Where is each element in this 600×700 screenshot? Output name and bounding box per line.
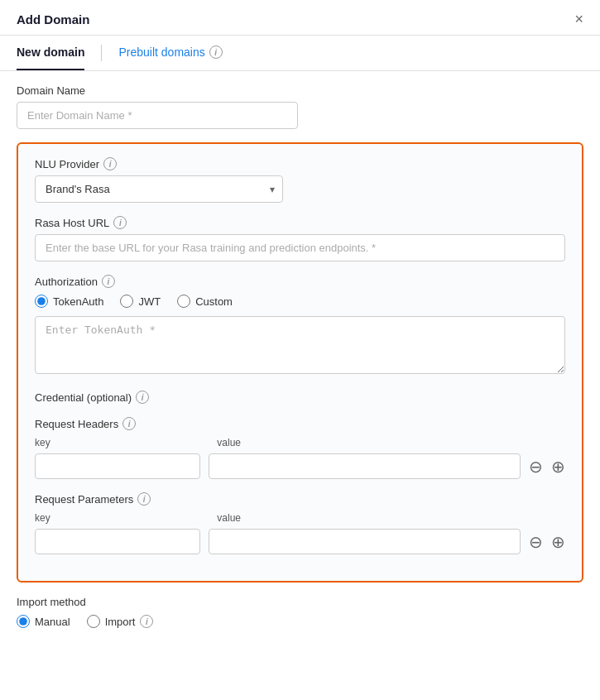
request-headers-add-button[interactable]: ⊕ — [551, 458, 565, 475]
domain-name-group: Domain Name — [17, 84, 583, 129]
auth-tokenauth-radio[interactable] — [35, 295, 48, 308]
nlu-provider-group: NLU Provider i Brand's Rasa Other ▾ — [35, 157, 565, 203]
import-import-radio[interactable] — [87, 615, 100, 628]
authorization-group: Authorization i TokenAuth JWT Custom — [35, 275, 565, 377]
import-method-radio-group: Manual Import i — [17, 615, 583, 628]
nlu-provider-info-icon[interactable]: i — [103, 157, 117, 170]
request-headers-row: ⊖ ⊕ — [35, 453, 565, 479]
auth-custom-option[interactable]: Custom — [177, 295, 233, 308]
domain-name-input[interactable] — [17, 102, 298, 129]
rasa-host-url-label: Rasa Host URL i — [35, 216, 565, 229]
request-headers-value-input[interactable] — [209, 453, 521, 479]
import-method-section: Import method Manual Import i — [17, 596, 583, 628]
request-parameters-value-input[interactable] — [209, 529, 521, 554]
request-parameters-key-label: key — [35, 512, 209, 524]
credential-label: Credential (optional) i — [35, 391, 565, 404]
nlu-provider-select[interactable]: Brand's Rasa Other — [35, 175, 283, 203]
tab-new-domain[interactable]: New domain — [17, 36, 84, 70]
import-import-label: Import — [105, 616, 136, 628]
request-parameters-value-label: value — [217, 512, 565, 524]
tokenauth-textarea[interactable] — [35, 316, 565, 374]
request-parameters-kv-labels: key value — [35, 512, 565, 524]
import-manual-option[interactable]: Manual — [17, 615, 70, 628]
rasa-host-url-group: Rasa Host URL i — [35, 216, 565, 261]
import-method-label: Import method — [17, 596, 583, 608]
auth-jwt-option[interactable]: JWT — [120, 295, 161, 308]
import-manual-label: Manual — [35, 616, 70, 628]
add-domain-modal: Add Domain × New domain Prebuilt domains… — [0, 0, 600, 700]
request-headers-key-label: key — [35, 437, 209, 448]
domain-name-label: Domain Name — [17, 84, 583, 97]
nlu-provider-select-wrapper: Brand's Rasa Other ▾ — [35, 175, 283, 203]
rasa-host-url-info-icon[interactable]: i — [113, 216, 127, 229]
request-headers-key-input[interactable] — [35, 453, 200, 479]
request-parameters-group: Request Parameters i key value ⊖ ⊕ — [35, 492, 565, 554]
auth-tokenauth-option[interactable]: TokenAuth — [35, 295, 103, 308]
tabs-container: New domain Prebuilt domains i — [0, 36, 600, 71]
authorization-radio-group: TokenAuth JWT Custom — [35, 295, 565, 308]
request-parameters-label: Request Parameters i — [35, 492, 565, 506]
request-parameters-row: ⊖ ⊕ — [35, 529, 565, 554]
import-manual-radio[interactable] — [17, 615, 30, 628]
authorization-label: Authorization i — [35, 275, 565, 288]
nlu-provider-box: NLU Provider i Brand's Rasa Other ▾ Rasa… — [17, 142, 583, 583]
modal-header: Add Domain × — [0, 0, 600, 36]
request-parameters-info-icon[interactable]: i — [137, 492, 151, 506]
close-button[interactable]: × — [574, 12, 583, 26]
request-headers-group: Request Headers i key value ⊖ ⊕ — [35, 417, 565, 479]
prebuilt-info-icon[interactable]: i — [209, 46, 223, 59]
request-headers-label: Request Headers i — [35, 417, 565, 430]
request-headers-remove-button[interactable]: ⊖ — [529, 458, 543, 475]
credential-group: Credential (optional) i — [35, 391, 565, 404]
request-parameters-key-input[interactable] — [35, 529, 200, 554]
modal-title: Add Domain — [17, 12, 89, 26]
import-import-option[interactable]: Import i — [87, 615, 154, 628]
tab-prebuilt-domains[interactable]: Prebuilt domains i — [118, 36, 222, 70]
auth-jwt-label: JWT — [138, 295, 161, 308]
modal-body: Domain Name NLU Provider i Brand's Rasa … — [0, 71, 600, 641]
request-parameters-add-button[interactable]: ⊕ — [551, 534, 565, 550]
request-headers-info-icon[interactable]: i — [122, 417, 136, 430]
tab-divider — [101, 45, 102, 61]
import-info-icon[interactable]: i — [140, 615, 153, 628]
request-headers-value-label: value — [217, 437, 565, 448]
nlu-provider-label: NLU Provider i — [35, 157, 565, 170]
request-parameters-remove-button[interactable]: ⊖ — [529, 534, 543, 550]
credential-info-icon[interactable]: i — [136, 391, 149, 404]
rasa-host-url-input[interactable] — [35, 234, 565, 261]
auth-custom-label: Custom — [195, 295, 233, 308]
auth-jwt-radio[interactable] — [120, 295, 133, 308]
request-headers-kv-labels: key value — [35, 437, 565, 448]
authorization-info-icon[interactable]: i — [102, 275, 115, 288]
auth-tokenauth-label: TokenAuth — [53, 295, 103, 308]
auth-custom-radio[interactable] — [177, 295, 190, 308]
